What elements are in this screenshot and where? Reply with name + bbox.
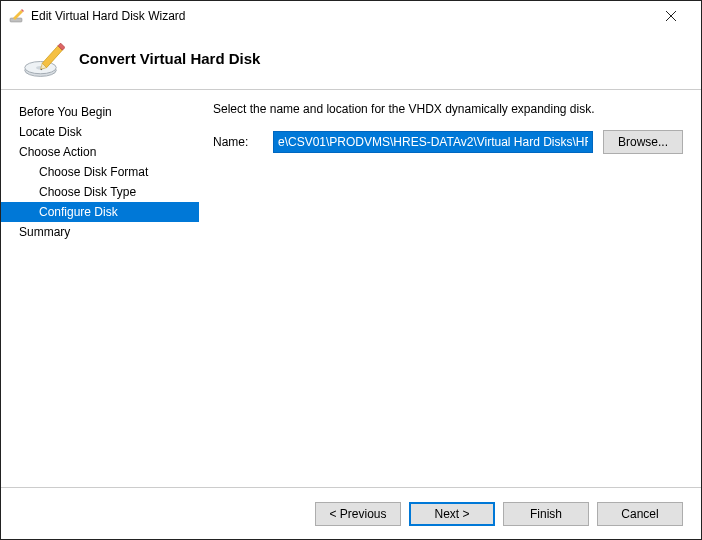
name-row: Name: Browse... [213, 130, 683, 154]
nav-configure-disk[interactable]: Configure Disk [1, 202, 199, 222]
previous-button[interactable]: < Previous [315, 502, 401, 526]
name-label: Name: [213, 135, 263, 149]
wizard-body: Before You Begin Locate Disk Choose Acti… [1, 90, 701, 487]
app-icon [9, 8, 25, 24]
finish-button[interactable]: Finish [503, 502, 589, 526]
disk-pencil-icon [23, 37, 65, 79]
next-button[interactable]: Next > [409, 502, 495, 526]
wizard-footer: < Previous Next > Finish Cancel [1, 487, 701, 539]
wizard-content: Select the name and location for the VHD… [199, 90, 701, 487]
close-icon [666, 11, 676, 21]
titlebar: Edit Virtual Hard Disk Wizard [1, 1, 701, 31]
wizard-header: Convert Virtual Hard Disk [1, 31, 701, 89]
nav-summary[interactable]: Summary [1, 222, 199, 242]
wizard-window: Edit Virtual Hard Disk Wizard Convert Vi… [0, 0, 702, 540]
nav-choose-action[interactable]: Choose Action [1, 142, 199, 162]
nav-before-you-begin[interactable]: Before You Begin [1, 102, 199, 122]
nav-choose-disk-type[interactable]: Choose Disk Type [1, 182, 199, 202]
name-input[interactable] [273, 131, 593, 153]
nav-choose-disk-format[interactable]: Choose Disk Format [1, 162, 199, 182]
cancel-button[interactable]: Cancel [597, 502, 683, 526]
window-title: Edit Virtual Hard Disk Wizard [31, 9, 649, 23]
page-title: Convert Virtual Hard Disk [79, 50, 260, 67]
nav-locate-disk[interactable]: Locate Disk [1, 122, 199, 142]
browse-button[interactable]: Browse... [603, 130, 683, 154]
instruction-text: Select the name and location for the VHD… [213, 102, 683, 116]
close-button[interactable] [649, 2, 693, 30]
wizard-nav: Before You Begin Locate Disk Choose Acti… [1, 90, 199, 487]
